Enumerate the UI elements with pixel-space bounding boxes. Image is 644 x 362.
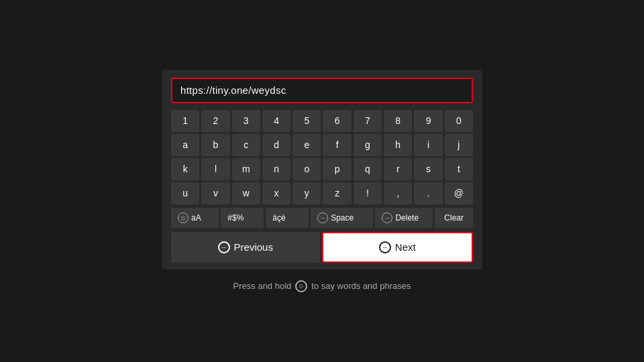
key-f[interactable]: f [323,134,351,156]
symbols-button[interactable]: #$% [221,208,264,228]
key-q[interactable]: q [354,158,382,180]
key-s[interactable]: s [414,158,442,180]
key-4[interactable]: 4 [262,110,290,132]
key-period[interactable]: . [414,182,442,204]
key-n[interactable]: n [262,158,290,180]
key-c[interactable]: c [232,134,260,156]
number-row: 1 2 3 4 5 6 7 8 9 0 [171,110,473,132]
next-button[interactable]: ↔ Next [322,232,474,263]
key-0[interactable]: 0 [445,110,473,132]
key-k[interactable]: k [171,158,199,180]
key-6[interactable]: 6 [323,110,351,132]
key-x[interactable]: x [262,182,290,204]
key-j[interactable]: j [445,134,473,156]
key-y[interactable]: y [292,182,321,204]
next-icon: ↔ [379,241,391,253]
case-label: aA [191,213,201,223]
delete-label: Delete [395,213,419,223]
accents-label: äçé [272,213,285,223]
key-at[interactable]: @ [445,182,473,204]
url-text: https://tiny.one/weydsc [180,84,286,96]
previous-button[interactable]: ↔ Previous [171,232,320,263]
space-button[interactable]: ↔ Space [311,208,373,228]
key-3[interactable]: 3 [232,110,260,132]
key-7[interactable]: 7 [354,110,382,132]
space-label: Space [331,213,354,223]
key-h[interactable]: h [384,134,412,156]
clear-button[interactable]: Clear [435,208,473,228]
special-row: ◎ aA #$% äçé ↔ Space ↔ Delete Clear [171,208,473,228]
key-a[interactable]: a [171,134,199,156]
next-label: Next [395,241,416,253]
clear-label: Clear [444,213,464,223]
accents-button[interactable]: äçé [266,208,309,228]
delete-button[interactable]: ↔ Delete [375,208,433,228]
key-e[interactable]: e [292,134,321,156]
key-w[interactable]: w [232,182,260,204]
key-d[interactable]: d [262,134,290,156]
previous-label: Previous [234,241,273,253]
key-l[interactable]: l [201,158,229,180]
case-toggle-button[interactable]: ◎ aA [171,208,219,228]
hint-mic-icon: ⊙ [295,280,307,292]
key-m[interactable]: m [232,158,260,180]
keyboard-rows: 1 2 3 4 5 6 7 8 9 0 a b c d e f g h i j … [171,110,473,227]
key-8[interactable]: 8 [384,110,412,132]
nav-row: ↔ Previous ↔ Next [171,232,473,263]
key-p[interactable]: p [323,158,351,180]
key-g[interactable]: g [354,134,382,156]
key-comma[interactable]: , [384,182,412,204]
case-icon: ◎ [178,213,189,223]
symbols-label: #$% [227,213,244,223]
key-r[interactable]: r [384,158,412,180]
key-1[interactable]: 1 [171,110,199,132]
delete-icon: ↔ [382,213,392,223]
key-u[interactable]: u [171,182,199,204]
row-a-j: a b c d e f g h i j [171,134,473,156]
url-bar[interactable]: https://tiny.one/weydsc [171,78,473,103]
space-icon: ↔ [317,213,328,223]
key-t[interactable]: t [445,158,473,180]
key-b[interactable]: b [201,134,229,156]
hint-suffix: to say words and phrases [311,281,411,291]
key-i[interactable]: i [414,134,442,156]
row-u-at: u v w x y z ! , . @ [171,182,473,204]
row-k-t: k l m n o p q r s t [171,158,473,180]
key-5[interactable]: 5 [292,110,321,132]
previous-icon: ↔ [218,241,230,253]
keyboard-container: https://tiny.one/weydsc 1 2 3 4 5 6 7 8 … [162,70,482,269]
hint-prefix: Press and hold [233,281,292,291]
key-2[interactable]: 2 [201,110,229,132]
key-v[interactable]: v [201,182,229,204]
key-exclaim[interactable]: ! [354,182,382,204]
key-9[interactable]: 9 [414,110,442,132]
key-z[interactable]: z [323,182,351,204]
key-o[interactable]: o [292,158,321,180]
hint-bar: Press and hold ⊙ to say words and phrase… [233,280,411,292]
